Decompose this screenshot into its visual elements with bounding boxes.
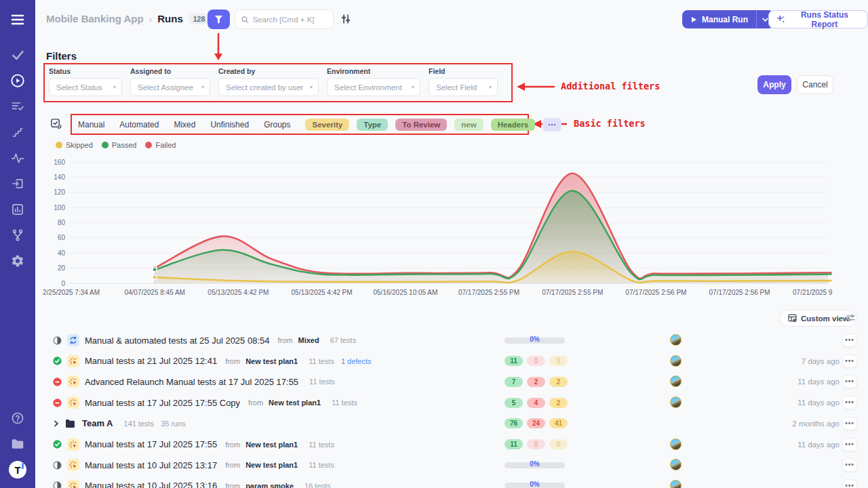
run-title[interactable]: Advanced Relaunch Manual tests at 17 Jul… xyxy=(85,377,298,387)
run-time: 11 days ago xyxy=(797,371,840,392)
failed-badge: 24 xyxy=(527,418,545,428)
manual-run-type-icon xyxy=(67,439,79,451)
avatar[interactable] xyxy=(670,459,682,470)
run-title[interactable]: Manual tests at 10 Jul 2025 13:16 xyxy=(85,481,217,488)
run-row[interactable]: Manual tests at 10 Jul 2025 13:17fromNew… xyxy=(35,455,868,475)
reports-chart-icon[interactable] xyxy=(0,197,35,222)
row-menu-button[interactable]: ••• xyxy=(842,458,857,472)
row-menu-button[interactable]: ••• xyxy=(842,333,857,347)
skipped-badge: 0 xyxy=(549,356,568,366)
plan-name[interactable]: New test plan1 xyxy=(245,461,298,469)
avatar[interactable] xyxy=(670,480,682,488)
group-title[interactable]: Team A xyxy=(82,418,113,428)
row-menu-button[interactable]: ••• xyxy=(842,438,857,451)
row-menu-button[interactable]: ••• xyxy=(842,479,857,488)
plan-name[interactable]: New test plan1 xyxy=(245,441,298,449)
menu-icon[interactable] xyxy=(0,7,35,33)
tests-count: 11 tests xyxy=(309,378,335,386)
run-row[interactable]: Manual tests at 17 Jul 2025 17:55fromNew… xyxy=(35,434,868,455)
row-menu-button[interactable]: ••• xyxy=(842,417,857,430)
run-title[interactable]: Manual tests at 21 Jul 2025 12:41 xyxy=(85,356,217,366)
plan-name[interactable]: New test plan1 xyxy=(269,399,321,407)
folder-icon xyxy=(65,419,75,428)
mixed-run-type-icon xyxy=(67,334,79,346)
skipped-badge: 2 xyxy=(549,398,568,408)
row-main: Manual tests at 17 Jul 2025 17:55fromNew… xyxy=(53,434,334,455)
progress-label: 0% xyxy=(505,336,565,343)
tests-check-icon[interactable] xyxy=(0,42,35,68)
run-title[interactable]: Manual & automated tests at 25 Jul 2025 … xyxy=(85,336,269,346)
plans-list-check-icon[interactable] xyxy=(0,94,35,119)
sidebar: T xyxy=(0,0,35,488)
row-menu-button[interactable]: ••• xyxy=(842,396,857,409)
from-label: from xyxy=(277,336,292,344)
run-metric: 0% xyxy=(505,330,565,350)
run-row[interactable]: Manual tests at 17 Jul 2025 17:55 Copyfr… xyxy=(35,392,868,413)
row-menu-button[interactable]: ••• xyxy=(842,354,857,368)
group-tests-count: 141 tests xyxy=(124,420,155,428)
row-main: Team A141 tests35 runs xyxy=(53,413,186,434)
steps-icon[interactable] xyxy=(0,119,35,145)
run-time: 11 days ago xyxy=(797,434,840,455)
status-in-progress-icon xyxy=(53,461,62,470)
pulse-icon[interactable] xyxy=(0,145,35,171)
passed-badge: 11 xyxy=(505,439,523,449)
runs-play-icon[interactable] xyxy=(0,68,35,94)
run-metric: 0% xyxy=(505,476,565,488)
skipped-badge: 2 xyxy=(549,377,568,387)
passed-badge: 7 xyxy=(505,377,523,387)
avatar[interactable] xyxy=(670,396,682,408)
branch-icon[interactable] xyxy=(0,222,35,248)
run-metric: 1100 xyxy=(505,351,572,371)
skipped-badge: 41 xyxy=(549,418,568,428)
run-metric: 762441 xyxy=(505,413,572,434)
from-label: from xyxy=(225,441,240,449)
avatar[interactable] xyxy=(670,439,682,450)
help-icon[interactable] xyxy=(0,405,35,431)
progress-bar: 0% xyxy=(505,462,565,468)
run-title[interactable]: Manual tests at 10 Jul 2025 13:17 xyxy=(85,460,217,470)
projects-folder-icon[interactable] xyxy=(0,431,35,457)
tests-count: 11 tests xyxy=(309,441,334,449)
defects-link[interactable]: 1 defects xyxy=(341,357,372,365)
run-metric: 0% xyxy=(505,455,565,475)
app-logo[interactable]: T xyxy=(0,457,35,483)
run-title[interactable]: Manual tests at 17 Jul 2025 17:55 Copy xyxy=(85,398,240,408)
run-row[interactable]: Manual tests at 21 Jul 2025 12:41fromNew… xyxy=(35,351,868,371)
tests-count: 67 tests xyxy=(330,336,357,344)
failed-badge: 2 xyxy=(527,377,545,387)
group-row[interactable]: Team A141 tests35 runs7624412 months ago… xyxy=(35,413,868,434)
run-title[interactable]: Manual tests at 17 Jul 2025 17:55 xyxy=(85,439,217,449)
settings-gear-icon[interactable] xyxy=(0,248,35,274)
run-metric: 722 xyxy=(505,371,572,392)
expand-chevron-icon[interactable] xyxy=(53,420,60,427)
run-time: 2 months ago xyxy=(792,413,840,434)
run-row[interactable]: Advanced Relaunch Manual tests at 17 Jul… xyxy=(35,371,868,392)
row-main: Manual tests at 21 Jul 2025 12:41fromNew… xyxy=(53,351,372,371)
row-main: Manual & automated tests at 25 Jul 2025 … xyxy=(53,330,356,350)
row-menu-button[interactable]: ••• xyxy=(842,375,857,388)
runs-list: Manual & automated tests at 25 Jul 2025 … xyxy=(35,0,868,488)
manual-run-type-icon xyxy=(67,375,79,388)
progress-label: 0% xyxy=(505,460,565,468)
from-label: from xyxy=(248,399,263,407)
status-in-progress-icon xyxy=(53,481,62,488)
plan-name[interactable]: New test plan1 xyxy=(245,357,298,365)
failed-badge: 0 xyxy=(527,356,545,366)
avatar[interactable] xyxy=(670,334,682,346)
status-passed-icon xyxy=(53,357,62,365)
run-row[interactable]: Manual & automated tests at 25 Jul 2025 … xyxy=(35,330,868,350)
import-icon[interactable] xyxy=(0,171,35,197)
skipped-badge: 0 xyxy=(549,439,568,449)
avatar[interactable] xyxy=(670,375,682,387)
passed-badge: 76 xyxy=(505,418,523,428)
failed-badge: 0 xyxy=(527,439,545,449)
run-row[interactable]: Manual tests at 10 Jul 2025 13:16frompar… xyxy=(35,476,868,488)
run-time: 11 days ago xyxy=(797,392,840,413)
status-stopped-icon xyxy=(53,399,62,407)
row-main: Manual tests at 10 Jul 2025 13:16frompar… xyxy=(53,476,331,488)
passed-badge: 11 xyxy=(505,356,523,366)
plan-name[interactable]: param smoke xyxy=(245,482,294,488)
avatar[interactable] xyxy=(670,355,682,367)
plan-name[interactable]: Mixed xyxy=(298,336,319,344)
